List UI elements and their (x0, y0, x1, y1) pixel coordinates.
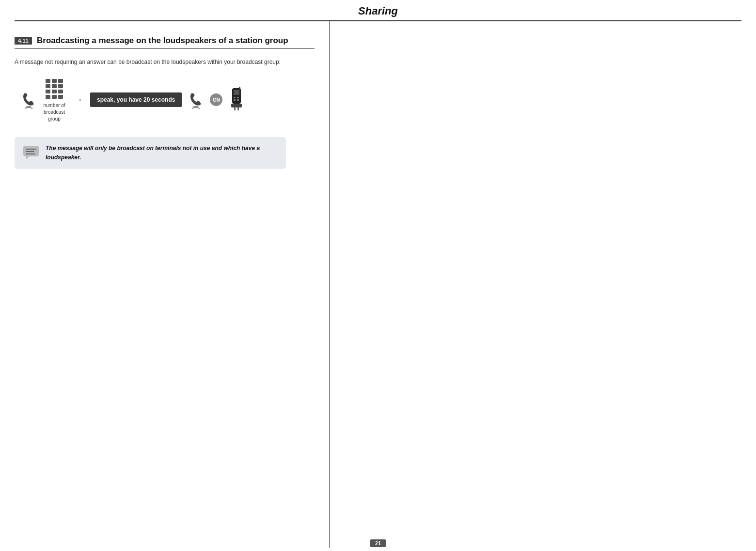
svg-rect-14 (234, 97, 236, 98)
page-title-bar: Sharing (15, 0, 741, 21)
svg-rect-0 (46, 79, 50, 83)
page-number-area: 21 (213, 539, 543, 547)
step-on-badge: ON (210, 93, 222, 106)
svg-rect-18 (239, 87, 240, 93)
device-icon (227, 87, 246, 112)
right-margin (330, 21, 756, 548)
content-area: 4.11 Broadcasting a message on the louds… (0, 21, 330, 548)
svg-rect-16 (234, 99, 236, 101)
on-label: ON (210, 93, 222, 106)
handset-in-use-icon (187, 91, 205, 109)
section-title: Broadcasting a message on the loudspeake… (37, 36, 288, 46)
svg-rect-1 (52, 79, 57, 83)
note-text: The message will only be broadcast on te… (46, 144, 278, 162)
section-number: 4.11 (15, 37, 32, 45)
svg-rect-3 (46, 84, 50, 88)
svg-rect-7 (52, 90, 57, 93)
section-heading: 4.11 Broadcasting a message on the louds… (15, 36, 315, 49)
svg-rect-9 (46, 95, 50, 99)
svg-rect-26 (26, 153, 35, 154)
svg-rect-17 (237, 99, 239, 101)
svg-rect-25 (26, 151, 34, 152)
svg-rect-19 (231, 104, 242, 107)
arrow-icon: → (73, 93, 83, 106)
handset-icon (19, 91, 38, 109)
step-lift-handset (19, 91, 38, 109)
page-number: 21 (370, 539, 386, 547)
step-keypad: number ofbroadcastgroup (43, 77, 66, 122)
step-device (227, 87, 246, 112)
speak-banner: speak, you have 20 seconds (90, 92, 182, 107)
svg-rect-11 (58, 95, 63, 99)
svg-rect-4 (52, 84, 57, 88)
svg-rect-13 (234, 90, 239, 95)
svg-rect-5 (58, 84, 63, 88)
svg-rect-6 (46, 90, 50, 93)
intro-text: A message not requiring an answer can be… (15, 58, 315, 66)
svg-rect-21 (237, 107, 239, 110)
step-speak: speak, you have 20 seconds (90, 92, 182, 107)
svg-rect-8 (58, 90, 63, 93)
svg-rect-10 (52, 95, 57, 99)
step-diagram: number ofbroadcastgroup → speak, you hav… (15, 77, 315, 122)
page-title: Sharing (15, 5, 741, 17)
keypad-icon (43, 77, 66, 100)
svg-rect-2 (58, 79, 63, 83)
svg-rect-24 (26, 149, 36, 150)
note-icon (22, 144, 40, 161)
keypad-caption: number ofbroadcastgroup (43, 102, 65, 122)
svg-marker-23 (26, 156, 29, 159)
svg-rect-20 (234, 107, 236, 110)
svg-rect-15 (237, 97, 239, 98)
step-phone-in-use (187, 91, 205, 109)
note-box: The message will only be broadcast on te… (15, 137, 286, 169)
